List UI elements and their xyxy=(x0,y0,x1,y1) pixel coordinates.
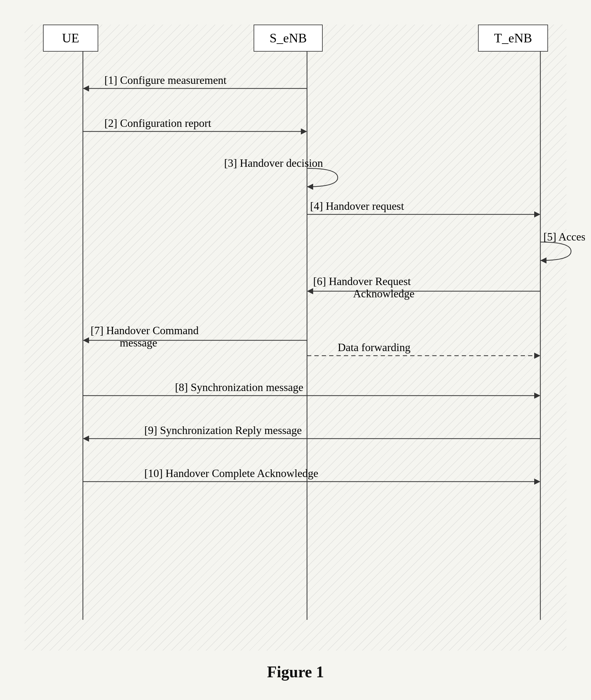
msg7b-label: Data forwarding xyxy=(338,341,410,354)
msg4-arrow xyxy=(534,211,540,218)
entity-S_eNB: S_eNB xyxy=(254,24,323,52)
msg6-label-2: Acknowledge xyxy=(353,288,414,300)
msg3-arrow xyxy=(307,184,313,190)
msg9-label: [9] Synchronization Reply message xyxy=(144,424,302,436)
msg1-label: [1] Configure measurement xyxy=(105,74,226,86)
msg6-label-1: [6] Handover Request xyxy=(313,275,411,288)
entity-T_eNB: T_eNB xyxy=(478,24,548,52)
sequence-svg: [1] Configure measurement [2] Configurat… xyxy=(43,52,585,650)
entities-row: UE S_eNB T_eNB xyxy=(24,24,567,52)
msg9-arrow xyxy=(83,435,89,442)
figure-caption: Figure 1 xyxy=(24,663,567,681)
msg5-label: [5] Access control xyxy=(543,231,585,243)
msg6-arrow xyxy=(307,288,313,294)
msg3-loop xyxy=(307,168,338,187)
msg5-loop xyxy=(540,242,571,260)
msg4-label: [4] Handover request xyxy=(310,200,404,212)
msg7-label-2: message xyxy=(120,337,157,349)
msg10-label: [10] Handover Complete Acknowledge xyxy=(144,467,318,479)
msg7b-arrow xyxy=(534,353,540,359)
msg10-arrow xyxy=(534,478,540,485)
diagram-inner: UE S_eNB T_eNB [1] Configure measurement xyxy=(24,24,567,650)
msg1-arrow xyxy=(83,85,89,92)
sequence-diagram: UE S_eNB T_eNB [1] Configure measurement xyxy=(24,24,567,650)
msg5-arrow xyxy=(540,257,546,264)
msg2-label: [2] Configuration report xyxy=(105,117,211,129)
msg8-arrow xyxy=(534,393,540,399)
msg3-label: [3] Handover decision xyxy=(224,157,323,169)
msg7-arrow xyxy=(83,337,89,343)
msg8-label: [8] Synchronization message xyxy=(175,381,303,394)
msg2-arrow xyxy=(301,128,307,134)
page: UE S_eNB T_eNB [1] Configure measurement xyxy=(0,0,591,700)
entity-UE: UE xyxy=(43,24,98,52)
msg7-label-1: [7] Handover Command xyxy=(90,324,199,337)
